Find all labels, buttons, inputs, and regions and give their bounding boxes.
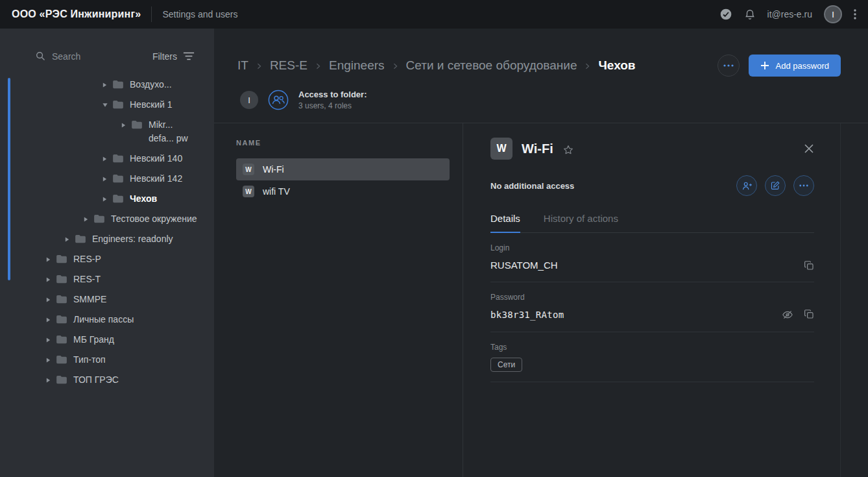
tree-item-label: МБ Гранд (73, 333, 114, 347)
tree-item-label: Воздухо... (130, 78, 172, 92)
list-item-wifi-tv[interactable]: W wifi TV (236, 180, 450, 202)
chevron-right-icon[interactable] (45, 317, 56, 323)
copy-icon[interactable] (804, 260, 814, 271)
chevron-right-icon[interactable] (102, 196, 112, 202)
avatar[interactable]: I (240, 91, 258, 109)
login-field: Login RUSATOM_CH (490, 233, 814, 282)
check-circle-icon[interactable] (719, 8, 732, 21)
login-label: Login (490, 243, 814, 252)
chevron-right-icon[interactable] (45, 256, 56, 263)
filters-button[interactable]: Filters (152, 51, 195, 62)
tree-item-smmpe[interactable]: SMMPE (0, 289, 214, 310)
folder-more-options-button[interactable] (717, 55, 740, 77)
detail-access-row: No additional access (490, 175, 814, 196)
folder-icon (56, 295, 69, 304)
star-icon[interactable] (562, 144, 574, 156)
tree-item-nevsky-1[interactable]: Невский 1 (0, 95, 214, 115)
topbar-divider (151, 6, 152, 22)
tree-item-tip-top[interactable]: Тип-топ (0, 350, 214, 370)
tree-item-label: Невский 1 (130, 98, 173, 112)
plus-icon (760, 61, 769, 70)
avatar[interactable]: I (824, 5, 842, 23)
tree-item-mikrotik-default-pw[interactable]: Mikr... defa... pw (0, 115, 214, 149)
breadcrumb-item-res-e[interactable]: RES-E (270, 58, 307, 73)
tree-item-mb-grand[interactable]: МБ Гранд (0, 330, 214, 350)
account-email: it@res-e.ru (767, 9, 812, 19)
close-icon[interactable] (804, 143, 814, 154)
tree-item-res-t[interactable]: RES-T (0, 269, 214, 289)
chevron-right-icon[interactable] (64, 236, 75, 243)
list-item-label: wifi TV (263, 186, 290, 197)
chevron-right-icon[interactable] (102, 176, 112, 182)
password-field: Password bk38r31_RAtom (490, 282, 814, 332)
kebab-menu-icon[interactable] (854, 9, 856, 19)
edit-button[interactable] (765, 175, 786, 196)
tree-item-engineers-readonly[interactable]: Engineers: readonly (0, 229, 214, 249)
add-user-button[interactable] (736, 175, 757, 196)
breadcrumb-item-engineers[interactable]: Engineers (329, 58, 385, 73)
breadcrumb-row: IT RES-E Engineers Сети и сетевое оборуд… (237, 55, 841, 77)
tree-item-vozdukho[interactable]: Воздухо... (0, 75, 214, 95)
folder-icon (112, 154, 125, 163)
folder-icon (56, 315, 69, 324)
tree-item-label: Невский 140 (130, 152, 182, 165)
tree-item-label: Личные пассы (73, 313, 134, 326)
chevron-right-icon[interactable] (45, 276, 56, 283)
chevron-right-icon (392, 62, 399, 70)
folder-icon (93, 214, 106, 223)
tree-item-nevsky-142[interactable]: Невский 142 (0, 169, 214, 189)
tags-label: Tags (490, 343, 814, 352)
detail-action-buttons (736, 175, 814, 196)
password-rows: W Wi-Fi W wifi TV (236, 158, 450, 202)
ellipsis-icon (799, 184, 808, 187)
tree-item-res-p[interactable]: RES-P (0, 249, 214, 269)
filter-icon (183, 51, 195, 61)
chevron-right-icon[interactable] (102, 82, 112, 88)
search-input[interactable] (52, 51, 147, 62)
sidebar-scrollbar[interactable] (8, 78, 10, 280)
copy-icon[interactable] (804, 309, 814, 321)
password-detail-pane: W Wi-Fi No additional access (463, 123, 841, 477)
password-value: bk38r31_RAtom (490, 310, 564, 320)
password-list-pane: NAME W Wi-Fi W wifi TV (214, 123, 463, 477)
tab-details[interactable]: Details (490, 213, 520, 233)
chevron-right-icon[interactable] (121, 122, 131, 128)
eye-off-icon[interactable] (782, 309, 793, 321)
list-item-wifi[interactable]: W Wi-Fi (236, 158, 450, 180)
tab-history-of-actions[interactable]: History of actions (544, 213, 618, 232)
folder-icon (56, 275, 69, 284)
breadcrumb-current: Чехов (598, 58, 635, 73)
tree-item-nevsky-140[interactable]: Невский 140 (0, 149, 214, 169)
tree-item-chekhov[interactable]: Чехов (0, 189, 214, 209)
chevron-right-icon[interactable] (83, 216, 93, 223)
folder-icon (75, 234, 88, 243)
no-additional-access-label: No additional access (490, 181, 574, 191)
chevron-right-icon[interactable] (45, 337, 56, 343)
tree-item-lichnye-passy[interactable]: Личные пассы (0, 310, 214, 330)
chevron-right-icon[interactable] (45, 357, 56, 363)
password-item-icon: W (490, 138, 512, 160)
bell-icon[interactable] (744, 8, 756, 21)
add-password-button[interactable]: Add password (749, 55, 841, 77)
breadcrumb-item-networks[interactable]: Сети и сетевое оборудование (406, 58, 577, 73)
edit-icon (770, 180, 780, 191)
item-more-options-button[interactable] (793, 175, 814, 196)
access-summary-link[interactable]: 3 users, 4 roles (298, 101, 367, 110)
topbar: ООО «РЭС Инжиниринг» Settings and users … (0, 0, 868, 29)
chevron-down-icon[interactable] (102, 102, 112, 108)
tree-item-top-gres[interactable]: ТОП ГРЭС (0, 370, 214, 390)
search-icon (35, 51, 46, 62)
chevron-right-icon[interactable] (45, 377, 56, 384)
tag-chip[interactable]: Сети (490, 358, 522, 372)
main-area: IT RES-E Engineers Сети и сетевое оборуд… (214, 29, 868, 477)
add-password-label: Add password (776, 61, 829, 71)
users-icon[interactable] (268, 90, 289, 110)
breadcrumb: IT RES-E Engineers Сети и сетевое оборуд… (237, 58, 636, 73)
tree-item-testovoe-okruzhenie[interactable]: Тестовое окружение (0, 209, 214, 229)
chevron-right-icon[interactable] (45, 297, 56, 303)
breadcrumb-item-it[interactable]: IT (237, 58, 248, 73)
folder-icon (112, 174, 125, 183)
tree-item-label: Тестовое окружение (111, 212, 197, 226)
chevron-right-icon[interactable] (102, 156, 112, 162)
detail-tabs: Details History of actions (490, 213, 814, 233)
